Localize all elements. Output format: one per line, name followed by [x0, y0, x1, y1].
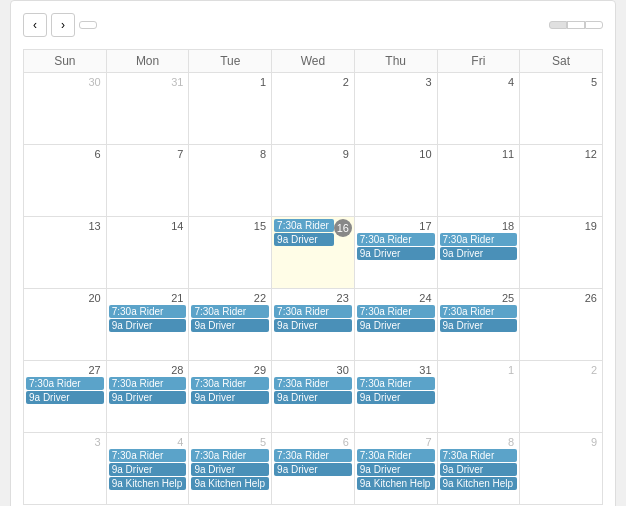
calendar-event[interactable]: 7:30a Rider — [191, 377, 269, 390]
calendar-cell: 67:30a Rider9a Driver — [272, 433, 355, 505]
day-number: 2 — [522, 363, 600, 377]
calendar-event[interactable]: 9a Kitchen Help — [440, 477, 518, 490]
today-button[interactable] — [79, 21, 97, 29]
day-number: 15 — [191, 219, 269, 233]
calendar-cell: 297:30a Rider9a Driver — [189, 361, 272, 433]
calendar-cell: 247:30a Rider9a Driver — [354, 289, 437, 361]
calendar-event[interactable]: 9a Kitchen Help — [109, 477, 187, 490]
calendar-event[interactable]: 9a Driver — [357, 319, 435, 332]
calendar-event[interactable]: 9a Kitchen Help — [357, 477, 435, 490]
calendar-event[interactable]: 9a Driver — [274, 319, 352, 332]
day-number: 14 — [109, 219, 187, 233]
calendar-cell: 187:30a Rider9a Driver — [437, 217, 520, 289]
day-number: 11 — [440, 147, 518, 161]
calendar-event[interactable]: 7:30a Rider — [26, 377, 104, 390]
calendar-event[interactable]: 9a Driver — [26, 391, 104, 404]
day-number: 30 — [26, 75, 104, 89]
day-number: 16 — [334, 219, 352, 237]
calendar-event[interactable]: 9a Driver — [440, 319, 518, 332]
calendar-event[interactable]: 7:30a Rider — [440, 305, 518, 318]
nav-group: ‹ › — [23, 13, 97, 37]
calendar-cell: 1 — [437, 361, 520, 433]
calendar-cell: 5 — [520, 73, 603, 145]
calendar-cell: 287:30a Rider9a Driver — [106, 361, 189, 433]
week-view-button[interactable] — [567, 21, 585, 29]
calendar-cell: 19 — [520, 217, 603, 289]
weekday-header-thu: Thu — [354, 50, 437, 73]
calendar-cell: 77:30a Rider9a Driver9a Kitchen Help — [354, 433, 437, 505]
calendar-cell: 15 — [189, 217, 272, 289]
calendar-cell: 57:30a Rider9a Driver9a Kitchen Help — [189, 433, 272, 505]
day-number: 12 — [522, 147, 600, 161]
calendar-event[interactable]: 7:30a Rider — [440, 449, 518, 462]
calendar-event[interactable]: 9a Driver — [274, 233, 334, 246]
calendar-event[interactable]: 9a Driver — [357, 391, 435, 404]
calendar-event[interactable]: 9a Driver — [109, 463, 187, 476]
calendar-event[interactable]: 7:30a Rider — [109, 305, 187, 318]
calendar-event[interactable]: 9a Driver — [274, 463, 352, 476]
calendar-cell: 227:30a Rider9a Driver — [189, 289, 272, 361]
calendar-event[interactable]: 9a Driver — [274, 391, 352, 404]
calendar-header: ‹ › — [23, 13, 603, 37]
calendar-event[interactable]: 9a Driver — [191, 391, 269, 404]
calendar-event[interactable]: 7:30a Rider — [109, 449, 187, 462]
calendar-cell: 30 — [24, 73, 107, 145]
calendar-cell: 9 — [520, 433, 603, 505]
calendar-event[interactable]: 7:30a Rider — [357, 305, 435, 318]
calendar-cell: 3 — [24, 433, 107, 505]
day-number: 13 — [26, 219, 104, 233]
calendar-event[interactable]: 9a Driver — [191, 463, 269, 476]
calendar-cell: 167:30a Rider9a Driver — [272, 217, 355, 289]
day-number: 4 — [440, 75, 518, 89]
calendar-event[interactable]: 7:30a Rider — [357, 233, 435, 246]
calendar-cell: 11 — [437, 145, 520, 217]
calendar-event[interactable]: 9a Driver — [357, 463, 435, 476]
day-number: 8 — [440, 435, 518, 449]
day-number: 3 — [357, 75, 435, 89]
calendar-event[interactable]: 7:30a Rider — [357, 449, 435, 462]
calendar-cell: 4 — [437, 73, 520, 145]
next-button[interactable]: › — [51, 13, 75, 37]
calendar-event[interactable]: 7:30a Rider — [191, 305, 269, 318]
day-number: 20 — [26, 291, 104, 305]
calendar-event[interactable]: 7:30a Rider — [274, 219, 334, 232]
day-number: 5 — [191, 435, 269, 449]
calendar-event[interactable]: 7:30a Rider — [274, 377, 352, 390]
weekday-header-wed: Wed — [272, 50, 355, 73]
calendar-event[interactable]: 7:30a Rider — [109, 377, 187, 390]
calendar-event[interactable]: 9a Kitchen Help — [191, 477, 269, 490]
calendar-cell: 2 — [520, 361, 603, 433]
day-number: 27 — [26, 363, 104, 377]
day-number: 9 — [522, 435, 600, 449]
calendar-event[interactable]: 9a Driver — [109, 319, 187, 332]
calendar-cell: 307:30a Rider9a Driver — [272, 361, 355, 433]
calendar-container: ‹ › SunMonTueWedThuFriSat 30311234567891… — [10, 0, 616, 506]
day-number: 8 — [191, 147, 269, 161]
calendar-event[interactable]: 9a Driver — [109, 391, 187, 404]
calendar-event[interactable]: 9a Driver — [440, 463, 518, 476]
calendar-event[interactable]: 9a Driver — [191, 319, 269, 332]
calendar-cell: 31 — [106, 73, 189, 145]
day-view-button[interactable] — [585, 21, 603, 29]
calendar-event[interactable]: 7:30a Rider — [274, 305, 352, 318]
day-number: 9 — [274, 147, 352, 161]
day-number: 2 — [274, 75, 352, 89]
calendar-cell: 8 — [189, 145, 272, 217]
calendar-event[interactable]: 7:30a Rider — [357, 377, 435, 390]
calendar-event[interactable]: 7:30a Rider — [274, 449, 352, 462]
calendar-cell: 7 — [106, 145, 189, 217]
prev-button[interactable]: ‹ — [23, 13, 47, 37]
calendar-cell: 13 — [24, 217, 107, 289]
calendar-cell: 217:30a Rider9a Driver — [106, 289, 189, 361]
day-number: 17 — [357, 219, 435, 233]
calendar-cell: 47:30a Rider9a Driver9a Kitchen Help — [106, 433, 189, 505]
calendar-event[interactable]: 7:30a Rider — [440, 233, 518, 246]
calendar-event[interactable]: 9a Driver — [357, 247, 435, 260]
day-number: 26 — [522, 291, 600, 305]
calendar-event[interactable]: 7:30a Rider — [191, 449, 269, 462]
calendar-event[interactable]: 9a Driver — [440, 247, 518, 260]
month-view-button[interactable] — [549, 21, 567, 29]
day-number: 31 — [109, 75, 187, 89]
day-number: 29 — [191, 363, 269, 377]
calendar-cell: 237:30a Rider9a Driver — [272, 289, 355, 361]
